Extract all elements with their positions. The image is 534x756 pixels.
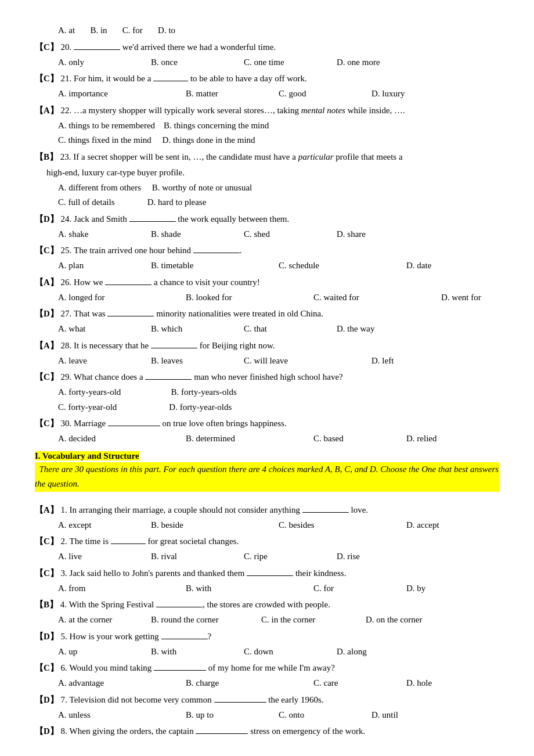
- question-s1-8: 【D】 8. When giving the orders, the capta…: [35, 723, 499, 739]
- question-26: 【A】 26. How we a chance to visit your co…: [35, 275, 499, 305]
- question-s1-5: 【D】 5. How is your work getting ? A. up …: [35, 629, 499, 660]
- question-29: 【C】 29. What chance does a man who never…: [35, 369, 499, 415]
- question-s1-2: 【C】 2. The time is for great societal ch…: [35, 534, 499, 564]
- question-30: 【C】 30. Marriage on true love often brin…: [35, 416, 499, 447]
- question-21: 【C】 21. For him, it would be a to be abl…: [35, 71, 499, 102]
- section-i-heading-block: I. Vocabulary and Structure: [35, 451, 499, 461]
- question-27: 【D】 27. That was minority nationalities …: [35, 306, 499, 337]
- options-20: A. only B. once C. one time D. one more: [35, 55, 499, 70]
- question-20: 【C】 20. we'd arrived there we had a wond…: [35, 39, 499, 70]
- section-i-heading: I. Vocabulary and Structure: [35, 451, 139, 460]
- question-22: 【A】 22. …a mystery shopper will typicall…: [35, 103, 499, 148]
- question-s1-7: 【D】 7. Television did not become very co…: [35, 692, 499, 723]
- options-28: A. leave B. leaves C. will leave D. left: [35, 354, 499, 369]
- options-24: A. shake B. shade C. shed D. share: [35, 227, 499, 242]
- options-26: A. longed for B. looked for C. waited fo…: [35, 290, 499, 305]
- answer-bracket-20: 【C】: [35, 42, 59, 52]
- question-28: 【A】 28. It is necessary that he for Beij…: [35, 338, 499, 369]
- question-s1-4: 【B】 4. With the Spring Festival , the st…: [35, 597, 499, 628]
- options-25: A. plan B. timetable C. schedule D. date: [35, 258, 499, 273]
- question-24: 【D】 24. Jack and Smith the work equally …: [35, 211, 499, 242]
- options-27: A. what B. which C. that D. the way: [35, 322, 499, 337]
- question-s1-1: 【A】 1. In arranging their marriage, a co…: [35, 502, 499, 533]
- question-s1-3: 【C】 3. Jack said hello to John's parents…: [35, 566, 499, 596]
- question-25: 【C】 25. The train arrived one hour behin…: [35, 243, 499, 273]
- options-line-top: A. at B. in C. for D. to: [35, 23, 499, 38]
- question-23: 【B】 23. If a secret shopper will be sent…: [35, 149, 499, 210]
- options-30: A. decided B. determined C. based D. rel…: [35, 431, 499, 447]
- question-s1-6: 【C】 6. Would you mind taking of my home …: [35, 660, 499, 691]
- options-21: A. importance B. matter C. good D. luxur…: [35, 87, 499, 102]
- section-i-instruction: There are 30 questions in this part. For…: [35, 462, 499, 492]
